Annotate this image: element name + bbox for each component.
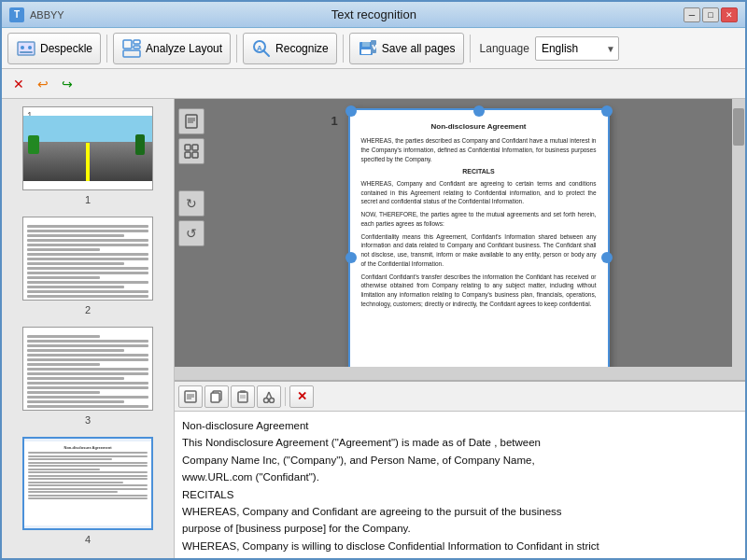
page-thumb-img-1: 1 [22,106,153,190]
page-2-number: 2 [85,304,91,315]
despeckle-icon [16,38,36,59]
right-panel: ↻ ↺ 1 Non-disclosure Agreement WHEREAS, … [175,99,745,560]
page-thumb-2[interactable]: 2 [18,217,158,315]
language-dropdown-wrapper: English French German Spanish ▼ [535,36,619,61]
doc-vertical-scrollbar[interactable] [732,99,745,367]
page-1-number: 1 [85,194,91,205]
svg-rect-4 [123,40,132,49]
doc-confidentiality: Confidentiality means this Agreement, Co… [361,232,597,269]
main-toolbar: Despeckle Analyze Layout A Recognize [2,28,745,69]
window-controls: ─ □ ✕ [684,7,738,22]
save-all-button[interactable]: Save all pages [349,33,464,64]
page-thumb-img-2 [22,217,153,301]
main-content: 1 1 [2,99,745,560]
tree-1 [28,135,39,154]
svg-rect-7 [123,50,140,57]
delete-button[interactable]: ✕ [7,73,30,95]
svg-line-37 [266,392,269,399]
page-thumb-1[interactable]: 1 1 [18,106,158,205]
svg-line-9 [263,50,269,56]
zoom-rotate-ccw-button[interactable]: ↺ [178,220,204,246]
handle-tm[interactable] [473,105,485,117]
doc-content: Non-disclosure Agreement WHEREAS, the pa… [361,121,597,309]
doc-section2: Confidant Confidant's transfer describes… [361,273,597,309]
tree-2 [135,134,145,155]
despeckle-label: Despeckle [40,42,92,55]
text-toolbar: ✕ [175,382,745,412]
recognize-button[interactable]: A Recognize [243,33,337,64]
analyze-icon [121,38,142,59]
svg-rect-23 [185,152,190,158]
text-tool-cut-button[interactable] [257,385,281,408]
doc-page: 1 Non-disclosure Agreement WHEREAS, the … [348,108,610,367]
doc-view: ↻ ↺ 1 Non-disclosure Agreement WHEREAS, … [175,99,745,367]
close-button[interactable]: ✕ [721,7,738,22]
handle-ml[interactable] [345,252,357,263]
text-content-inner: Non-disclosure Agreement This Nondisclos… [182,417,738,560]
svg-rect-3 [20,51,33,53]
doc-section-recitals: RECITALS [361,167,597,177]
action-toolbar: ✕ ↩ ↪ [2,69,745,99]
road-line [86,143,90,181]
page-thumb-3[interactable]: 3 [18,327,158,426]
doc-horizontal-scrollbar[interactable] [175,367,745,380]
save-icon [358,38,378,59]
doc-scroll-thumb[interactable] [733,108,744,146]
doc-para-3: NOW, THEREFORE, the parties agree to the… [361,210,597,229]
svg-rect-5 [134,40,140,44]
recognize-icon: A [251,38,272,59]
app-icon: T [9,7,24,22]
minimize-button[interactable]: ─ [684,7,700,22]
thumb-text-page-2 [23,219,152,299]
zoom-rotate-cw-button[interactable]: ↻ [178,190,204,217]
text-tool-paste-button[interactable] [231,385,255,408]
thumb-text-page-3 [23,329,152,409]
page-4-number: 4 [85,534,91,545]
language-dropdown[interactable]: English French German Spanish [535,36,619,61]
svg-point-1 [21,46,24,49]
despeckle-button[interactable]: Despeckle [7,33,101,64]
page-view-button[interactable] [178,108,204,134]
page-thumb-img-3 [22,327,153,411]
text-tool-close-button[interactable]: ✕ [289,385,314,408]
language-selector: Language English French German Spanish ▼ [480,36,619,61]
redo-button[interactable]: ↪ [56,73,78,95]
thumb-nda-page: Non-disclosure Agreement [24,441,151,525]
app-name: ABBYY [30,9,64,21]
title-bar-left: T ABBYY [9,7,64,22]
handle-mr[interactable] [601,252,613,263]
handle-tr[interactable] [601,105,613,117]
svg-rect-21 [185,145,190,150]
maximize-button[interactable]: □ [702,7,719,22]
page-3-number: 3 [85,414,91,426]
svg-point-36 [270,398,275,402]
save-label: Save all pages [382,42,456,55]
doc-para-2: WHEREAS, Company and Confidant are agree… [361,179,597,206]
undo-button[interactable]: ↩ [32,73,54,95]
separator-1 [106,35,107,63]
text-output: ✕ Non-disclosure Agreement This Nondiscl… [175,380,745,560]
text-content[interactable]: Non-disclosure Agreement This Nondisclos… [175,412,745,560]
recognize-label: Recognize [275,42,329,55]
window-title: Text recognition [64,7,684,21]
road-image [23,116,152,181]
separator-2 [236,35,237,63]
text-tool-select-button[interactable] [178,385,203,408]
svg-rect-12 [362,42,370,47]
svg-point-35 [264,398,269,402]
page-thumb-4[interactable]: Non-disclosure Agreement [18,437,158,545]
doc-page-number: 1 [331,114,338,128]
text-tool-copy-button[interactable] [204,385,229,408]
svg-text:A: A [257,44,262,52]
separator-3 [343,35,344,63]
thumb-nda-title: Non-disclosure Agreement [28,445,148,450]
thumbnail-view-button[interactable] [178,138,204,164]
svg-rect-17 [186,115,197,128]
svg-rect-6 [134,46,140,49]
page-thumb-img-4: Non-disclosure Agreement [22,437,153,530]
svg-rect-24 [192,152,198,158]
pages-panel[interactable]: 1 1 [2,99,175,560]
analyze-layout-button[interactable]: Analyze Layout [113,33,231,64]
svg-rect-22 [192,145,198,150]
handle-tl[interactable] [345,105,357,117]
